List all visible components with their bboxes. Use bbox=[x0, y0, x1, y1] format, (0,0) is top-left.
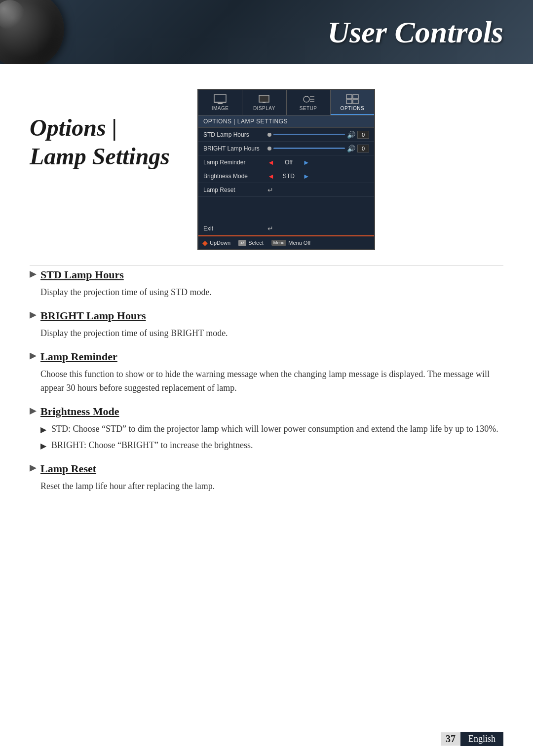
bright-lamp-label: BRIGHT Lamp Hours bbox=[203, 145, 267, 152]
arrow-right-2-icon: ► bbox=[303, 172, 310, 180]
svg-rect-9 bbox=[346, 95, 352, 99]
image-tab-icon bbox=[213, 94, 227, 105]
display-tab-icon bbox=[257, 94, 271, 105]
footer-menu-key: Menu bbox=[271, 240, 287, 246]
osd-tab-image[interactable]: IMAGE bbox=[198, 90, 242, 115]
slider-dot bbox=[267, 133, 271, 137]
section-lamp-reset: Lamp Reset Reset the lamp life hour afte… bbox=[30, 462, 503, 493]
page-number: 37 bbox=[441, 732, 460, 746]
osd-row-std-lamp: STD Lamp Hours 🔊 0 bbox=[198, 128, 374, 142]
bullet-arrow-icon: ▶ bbox=[40, 423, 46, 436]
heading-indicator-2-icon bbox=[30, 312, 37, 319]
arrow-left-2-icon: ◄ bbox=[267, 172, 274, 180]
section-brightness-mode: Brightness Mode ▶ STD: Choose “STD” to d… bbox=[30, 405, 503, 453]
osd-tab-display[interactable]: DISPLAY bbox=[242, 90, 286, 115]
section-std-lamp-hours: STD Lamp Hours Display the projection ti… bbox=[30, 268, 503, 300]
lamp-reminder-control: ◄ Off ► bbox=[267, 158, 369, 166]
osd-row-bright-lamp: BRIGHT Lamp Hours 🔊 0 bbox=[198, 142, 374, 155]
projector-lens-image bbox=[0, 0, 64, 64]
slider-icon: 🔊 bbox=[347, 131, 355, 139]
svg-point-5 bbox=[304, 96, 309, 102]
svg-rect-10 bbox=[353, 95, 358, 99]
lamp-reminder-value: Off bbox=[276, 159, 301, 166]
std-lamp-body: Display the projection time of using STD… bbox=[40, 285, 503, 300]
arrow-right-icon: ► bbox=[303, 158, 310, 166]
slider-bar-2 bbox=[273, 148, 345, 149]
header: User Controls bbox=[0, 0, 533, 64]
svg-rect-11 bbox=[346, 100, 352, 104]
slider-bar bbox=[273, 134, 345, 135]
std-lamp-slider: 🔊 bbox=[267, 131, 355, 139]
footer-updown-icon: ◆ bbox=[202, 239, 208, 247]
lamp-reset-body: Reset the lamp life hour after replacing… bbox=[40, 479, 503, 493]
osd-menu: IMAGE DISPLAY bbox=[197, 89, 375, 250]
heading-indicator-icon bbox=[30, 271, 37, 278]
enter-icon: ↵ bbox=[267, 186, 273, 194]
osd-tabs: IMAGE DISPLAY bbox=[198, 90, 374, 115]
bright-lamp-value: 0 bbox=[357, 145, 369, 152]
footer-menu-off: Menu Menu Off bbox=[271, 240, 311, 246]
section-title-block: Options | Lamp Settings bbox=[30, 84, 197, 170]
section-lamp-reminder: Lamp Reminder Choose this function to sh… bbox=[30, 350, 503, 396]
osd-footer: ◆ UpDown ↵ Select Menu Menu Off bbox=[198, 235, 374, 249]
brightness-mode-value: STD bbox=[276, 173, 301, 180]
svg-rect-0 bbox=[214, 95, 226, 102]
footer-updown-label: UpDown bbox=[210, 240, 230, 246]
osd-tab-setup-label: SETUP bbox=[300, 106, 317, 111]
slider-icon-2: 🔊 bbox=[347, 145, 355, 152]
std-lamp-heading: STD Lamp Hours bbox=[30, 268, 503, 281]
bright-lamp-control: 🔊 0 bbox=[267, 145, 369, 152]
heading-indicator-5-icon bbox=[30, 465, 37, 472]
slider-dot-2 bbox=[267, 147, 271, 151]
page-footer: 37 English bbox=[441, 732, 503, 746]
osd-row-lamp-reset: Lamp Reset ↵ bbox=[198, 183, 374, 197]
footer-menu-label: Menu Off bbox=[288, 240, 310, 246]
lamp-reset-label: Lamp Reset bbox=[203, 187, 267, 193]
main-content: Options | Lamp Settings IMAGE bbox=[0, 64, 533, 523]
osd-row-lamp-reminder: Lamp Reminder ◄ Off ► bbox=[198, 155, 374, 169]
osd-tab-setup[interactable]: SETUP bbox=[287, 90, 331, 115]
section-bright-lamp-hours: BRIGHT Lamp Hours Display the projection… bbox=[30, 309, 503, 340]
lamp-reset-heading: Lamp Reset bbox=[30, 462, 503, 475]
osd-tab-image-label: IMAGE bbox=[212, 106, 229, 111]
footer-updown: ◆ UpDown bbox=[202, 239, 230, 247]
lamp-reminder-heading: Lamp Reminder bbox=[30, 350, 503, 363]
brightness-mode-bullets: ▶ STD: Choose “STD” to dim the projector… bbox=[40, 422, 503, 453]
svg-rect-12 bbox=[353, 100, 358, 104]
osd-tab-display-label: DISPLAY bbox=[253, 106, 275, 111]
std-lamp-value: 0 bbox=[357, 131, 369, 139]
footer-enter-key: ↵ bbox=[238, 240, 246, 246]
bright-lamp-heading: BRIGHT Lamp Hours bbox=[30, 309, 503, 322]
page-title: User Controls bbox=[327, 15, 503, 50]
footer-select: ↵ Select bbox=[238, 240, 264, 246]
osd-exit-row: Exit ↵ bbox=[198, 222, 374, 235]
divider bbox=[30, 265, 503, 265]
brightness-mode-heading: Brightness Mode bbox=[30, 405, 503, 418]
heading-indicator-4-icon bbox=[30, 408, 37, 415]
lamp-reminder-label: Lamp Reminder bbox=[203, 159, 267, 166]
exit-enter-icon: ↵ bbox=[267, 225, 273, 232]
svg-rect-3 bbox=[259, 95, 269, 102]
menu-area: Options | Lamp Settings IMAGE bbox=[30, 84, 503, 250]
arrow-left-icon: ◄ bbox=[267, 158, 274, 166]
lamp-reset-control: ↵ bbox=[267, 186, 369, 194]
osd-row-brightness-mode: Brightness Mode ◄ STD ► bbox=[198, 169, 374, 183]
osd-breadcrumb: OPTIONS | LAMP SETTINGS bbox=[198, 115, 374, 128]
heading-indicator-3-icon bbox=[30, 353, 37, 360]
brightness-mode-label: Brightness Mode bbox=[203, 173, 267, 180]
svg-rect-4 bbox=[263, 102, 266, 103]
setup-tab-icon bbox=[302, 94, 315, 105]
osd-tab-options-label: OPTIONS bbox=[341, 106, 365, 111]
std-lamp-control: 🔊 0 bbox=[267, 131, 369, 139]
osd-spacer bbox=[198, 197, 374, 222]
bullet-item-std: ▶ STD: Choose “STD” to dim the projector… bbox=[40, 422, 503, 436]
std-lamp-label: STD Lamp Hours bbox=[203, 131, 267, 138]
bright-lamp-slider: 🔊 bbox=[267, 145, 355, 152]
bright-lamp-body: Display the projection time of using BRI… bbox=[40, 326, 503, 340]
options-tab-icon bbox=[345, 94, 359, 105]
footer-select-label: Select bbox=[248, 240, 264, 246]
osd-tab-options[interactable]: OPTIONS bbox=[331, 90, 374, 115]
brightness-mode-control: ◄ STD ► bbox=[267, 172, 369, 180]
svg-rect-2 bbox=[218, 103, 223, 104]
section-title: Options | Lamp Settings bbox=[30, 113, 188, 170]
